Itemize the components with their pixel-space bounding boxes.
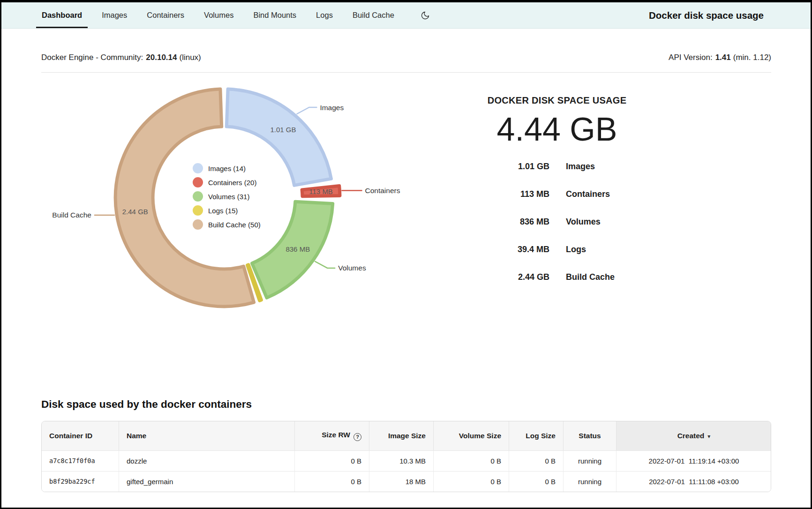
table-cell: a7c8c17f0f0a	[42, 450, 119, 471]
table-cell: 0 B	[509, 450, 563, 471]
usage-size: 113 MB	[426, 189, 549, 199]
app-window: DashboardImagesContainersVolumesBind Mou…	[0, 0, 812, 509]
usage-size: 1.01 GB	[426, 162, 549, 172]
table-cell: 18 MB	[369, 471, 433, 492]
containers-table: Container IDNameSize RW?Image SizeVolume…	[42, 421, 771, 492]
usage-row-logs: 39.4 MBLogs	[426, 236, 688, 263]
callout-line-images	[297, 107, 316, 114]
chart-label: Containers	[365, 187, 400, 195]
usage-row-volumes: 836 MBVolumes	[426, 208, 688, 236]
usage-label: Containers	[566, 189, 688, 199]
chart-label: 836 MB	[286, 245, 310, 253]
callout-line-volumes	[315, 262, 335, 268]
tab-bind-mounts[interactable]: Bind Mounts	[248, 2, 302, 28]
column-header-image-size[interactable]: Image Size	[369, 421, 433, 450]
table-cell: dozzle	[119, 450, 294, 471]
column-header-created[interactable]: Created▾	[616, 421, 771, 450]
nav-tabs: DashboardImagesContainersVolumesBind Mou…	[1, 2, 408, 28]
chart-label: Volumes (31)	[208, 193, 249, 201]
table-cell: b8f29ba229cf	[42, 471, 119, 492]
divider	[41, 72, 771, 73]
table-cell: gifted_germain	[119, 471, 294, 492]
table-header-row: Container IDNameSize RW?Image SizeVolume…	[42, 421, 771, 450]
table-cell: 0 B	[509, 471, 563, 492]
table-cell: running	[563, 471, 616, 492]
usage-label: Logs	[566, 245, 688, 254]
containers-table-wrap: Container IDNameSize RW?Image SizeVolume…	[41, 421, 771, 492]
legend-swatch-volumes	[193, 191, 203, 202]
api-version: 1.41	[715, 53, 731, 62]
legend-swatch-logs	[193, 205, 203, 216]
table-row: b8f29ba229cfgifted_germain0 B18 MB0 B0 B…	[42, 471, 771, 492]
column-header-volume-size[interactable]: Volume Size	[433, 421, 509, 450]
usage-summary-heading: DOCKER DISK SPACE USAGE	[426, 94, 688, 107]
usage-size: 836 MB	[426, 217, 549, 227]
table-cell: 2022-07-01 11:11:08 +03:00	[616, 471, 771, 492]
tab-containers[interactable]: Containers	[141, 2, 190, 28]
table-cell: running	[563, 450, 616, 471]
chart-label: 1.01 GB	[270, 126, 296, 134]
column-header-size-rw[interactable]: Size RW?	[294, 421, 369, 450]
usage-rows: 1.01 GBImages113 MBContainers836 MBVolum…	[426, 153, 688, 291]
chart-label: Build Cache (50)	[208, 221, 261, 229]
caret-down-icon: ▾	[707, 433, 710, 440]
usage-label: Images	[566, 162, 688, 172]
usage-row-images: 1.01 GBImages	[426, 153, 688, 180]
api-version-text: API Version:1.41(min. 1.12)	[669, 53, 771, 62]
chart-label: 113 MB	[309, 187, 333, 195]
table-cell: 10.3 MB	[369, 450, 433, 471]
table-cell: 0 B	[433, 471, 509, 492]
column-header-status[interactable]: Status	[563, 421, 616, 450]
table-cell: 2022-07-01 11:19:14 +03:00	[616, 450, 771, 471]
tab-images[interactable]: Images	[96, 2, 133, 28]
column-header-name[interactable]: Name	[119, 421, 294, 450]
tab-logs[interactable]: Logs	[310, 2, 338, 28]
chart-label: Images (14)	[208, 165, 246, 172]
engine-version: 20.10.14	[146, 53, 177, 62]
legend-swatch-containers	[193, 177, 203, 187]
chart-label: Containers (20)	[208, 179, 256, 187]
usage-label: Volumes	[566, 217, 688, 227]
help-circle-icon[interactable]: ?	[353, 433, 361, 441]
containers-section-heading: Disk space used by the docker containers	[41, 398, 771, 411]
disk-usage-chart-section: 1.01 GBImages113 MBContainers836 MBVolum…	[41, 77, 771, 330]
chart-label: Build Cache	[52, 211, 91, 219]
disk-usage-donut-chart: 1.01 GBImages113 MBContainers836 MBVolum…	[41, 77, 426, 330]
chart-label: 2.44 GB	[122, 208, 148, 216]
dark-mode-toggle[interactable]	[416, 2, 435, 28]
usage-row-containers: 113 MBContainers	[426, 180, 688, 208]
chart-label: Images	[320, 104, 344, 112]
tab-volumes[interactable]: Volumes	[198, 2, 239, 28]
table-cell: 0 B	[294, 471, 369, 492]
usage-label: Build Cache	[566, 272, 688, 282]
engine-info-row: Docker Engine - Community:20.10.14(linux…	[41, 53, 771, 62]
table-cell: 0 B	[433, 450, 509, 471]
chart-label: Volumes	[338, 264, 366, 272]
usage-row-build-cache: 2.44 GBBuild Cache	[426, 263, 688, 291]
usage-total: 4.44 GB	[426, 110, 688, 149]
table-body: a7c8c17f0f0adozzle0 B10.3 MB0 B0 Brunnin…	[42, 450, 771, 492]
engine-version-text: Docker Engine - Community:20.10.14(linux…	[41, 53, 201, 62]
table-cell: 0 B	[294, 450, 369, 471]
usage-size: 2.44 GB	[426, 272, 549, 282]
column-header-log-size[interactable]: Log Size	[509, 421, 563, 450]
column-header-container-id[interactable]: Container ID	[42, 421, 119, 450]
usage-size: 39.4 MB	[426, 245, 549, 254]
tab-build-cache[interactable]: Build Cache	[347, 2, 400, 28]
top-nav: DashboardImagesContainersVolumesBind Mou…	[1, 2, 811, 29]
legend-swatch-images	[193, 163, 203, 173]
app-title: Docker disk space usage	[649, 10, 764, 21]
legend-swatch-build-cache	[193, 219, 203, 230]
usage-summary-panel: DOCKER DISK SPACE USAGE 4.44 GB 1.01 GBI…	[426, 77, 688, 291]
tab-dashboard[interactable]: Dashboard	[36, 2, 88, 28]
moon-icon	[421, 11, 430, 20]
chart-label: Logs (15)	[208, 207, 238, 215]
table-row: a7c8c17f0f0adozzle0 B10.3 MB0 B0 Brunnin…	[42, 450, 771, 471]
